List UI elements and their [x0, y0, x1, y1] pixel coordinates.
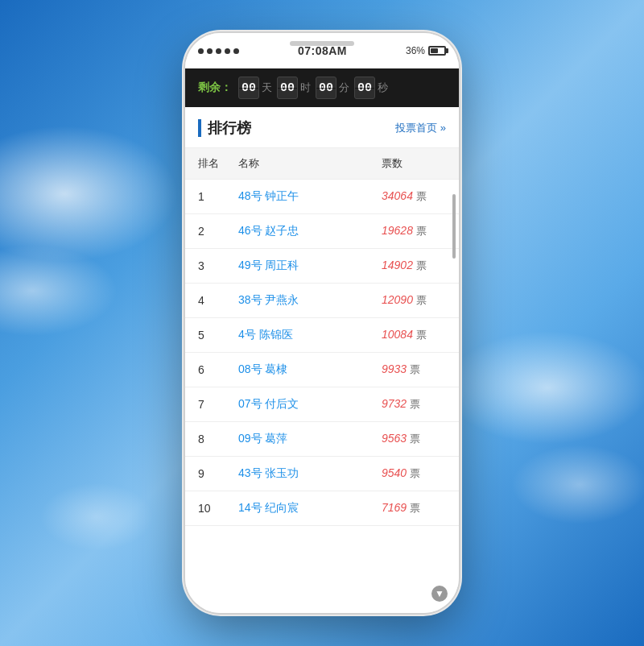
- votes-unit-7: 票: [410, 398, 420, 410]
- votes-number-1: 34064: [382, 189, 413, 202]
- row-votes-7: 9732 票: [382, 397, 446, 412]
- votes-unit-4: 票: [416, 294, 427, 306]
- row-rank-1: 1: [198, 190, 238, 203]
- table-row[interactable]: 7 07号 付后文 9732 票: [185, 387, 459, 422]
- votes-unit-1: 票: [416, 190, 427, 202]
- row-rank-5: 5: [198, 329, 238, 342]
- table-row[interactable]: 1 48号 钟正午 34064 票: [185, 180, 459, 214]
- countdown-mins-unit: 00 分: [316, 77, 349, 99]
- scrollbar[interactable]: [452, 194, 456, 259]
- row-votes-2: 19628 票: [382, 224, 446, 238]
- row-rank-9: 9: [198, 467, 238, 480]
- row-name-3[interactable]: 49号 周正科: [238, 259, 382, 273]
- votes-unit-2: 票: [416, 225, 427, 237]
- votes-number-4: 12090: [382, 293, 413, 306]
- row-votes-3: 14902 票: [382, 259, 446, 273]
- countdown-hours-label: 时: [300, 81, 311, 95]
- countdown-label: 剩余：: [198, 81, 232, 95]
- section-title-bar: [198, 119, 201, 137]
- row-name-1[interactable]: 48号 钟正午: [238, 189, 382, 204]
- status-bar: 07:08AM 36%: [185, 33, 459, 68]
- row-name-7[interactable]: 07号 付后文: [238, 397, 382, 412]
- votes-number-8: 9563: [382, 432, 407, 445]
- row-rank-8: 8: [198, 433, 238, 445]
- countdown-bar: 剩余： 00 天 00 时 00 分 00 秒: [185, 68, 459, 107]
- countdown-days-val: 00: [238, 77, 259, 99]
- table-row[interactable]: 6 08号 葛棣 9933 票: [185, 353, 459, 387]
- table-row[interactable]: 10 14号 纪向宸 7169 票: [185, 491, 459, 526]
- votes-unit-5: 票: [416, 329, 427, 341]
- votes-unit-8: 票: [410, 433, 420, 445]
- row-name-8[interactable]: 09号 葛萍: [238, 432, 382, 446]
- battery-fill: [431, 48, 438, 53]
- section-header: 排行榜 投票首页 »: [185, 107, 459, 148]
- header-rank: 排名: [198, 156, 238, 171]
- row-name-6[interactable]: 08号 葛棣: [238, 362, 382, 377]
- row-rank-3: 3: [198, 259, 238, 272]
- content-area: 排行榜 投票首页 » 排名 名称 票数 1 48号 钟正午 34064 票 2 …: [185, 107, 459, 613]
- phone-notch: [290, 41, 354, 46]
- row-name-10[interactable]: 14号 纪向宸: [238, 501, 382, 516]
- votes-number-5: 10084: [382, 328, 413, 341]
- scroll-down-arrow[interactable]: ▼: [431, 586, 448, 602]
- ranking-table: 排名 名称 票数 1 48号 钟正午 34064 票 2 46号 赵子忠 196…: [185, 148, 459, 526]
- table-row[interactable]: 9 43号 张玉功 9540 票: [185, 457, 459, 491]
- battery-percent: 36%: [406, 45, 425, 56]
- table-row[interactable]: 4 38号 尹燕永 12090 票: [185, 284, 459, 318]
- table-row[interactable]: 2 46号 赵子忠 19628 票: [185, 214, 459, 249]
- header-votes: 票数: [382, 156, 446, 171]
- votes-number-7: 9732: [382, 397, 407, 410]
- countdown-hours-val: 00: [277, 77, 298, 99]
- row-rank-7: 7: [198, 398, 238, 411]
- votes-number-6: 9933: [382, 362, 407, 375]
- row-name-5[interactable]: 4号 陈锦医: [238, 328, 382, 342]
- row-name-2[interactable]: 46号 赵子忠: [238, 224, 382, 238]
- time-display: 07:08AM: [298, 44, 347, 57]
- table-header: 排名 名称 票数: [185, 148, 459, 180]
- battery-icon: [428, 46, 446, 56]
- votes-number-10: 7169: [382, 501, 407, 514]
- votes-unit-10: 票: [410, 502, 420, 514]
- signal-indicator: [198, 48, 239, 54]
- votes-number-2: 19628: [382, 224, 413, 237]
- row-votes-5: 10084 票: [382, 328, 446, 342]
- table-row[interactable]: 8 09号 葛萍 9563 票: [185, 422, 459, 457]
- countdown-mins-label: 分: [339, 81, 349, 95]
- votes-unit-9: 票: [410, 467, 420, 479]
- row-rank-4: 4: [198, 294, 238, 307]
- table-row[interactable]: 3 49号 周正科 14902 票: [185, 249, 459, 284]
- row-votes-9: 9540 票: [382, 466, 446, 481]
- votes-unit-3: 票: [416, 259, 427, 271]
- row-name-4[interactable]: 38号 尹燕永: [238, 293, 382, 308]
- countdown-days-label: 天: [262, 81, 272, 95]
- countdown-days-unit: 00 天: [238, 77, 272, 99]
- row-votes-10: 7169 票: [382, 501, 446, 516]
- row-votes-8: 9563 票: [382, 432, 446, 446]
- row-name-9[interactable]: 43号 张玉功: [238, 466, 382, 481]
- table-row[interactable]: 5 4号 陈锦医 10084 票: [185, 318, 459, 353]
- countdown-hours-unit: 00 时: [277, 77, 311, 99]
- countdown-secs-label: 秒: [378, 81, 388, 95]
- phone-frame: 07:08AM 36% 剩余： 00 天 00 时 00 分 00 秒: [185, 33, 459, 613]
- countdown-mins-val: 00: [316, 77, 336, 99]
- table-rows-container: 1 48号 钟正午 34064 票 2 46号 赵子忠 19628 票 3 49…: [185, 180, 459, 526]
- battery-area: 36%: [406, 45, 446, 56]
- row-rank-10: 10: [198, 502, 238, 515]
- row-rank-2: 2: [198, 225, 238, 238]
- row-votes-4: 12090 票: [382, 293, 446, 308]
- section-title-wrap: 排行榜: [198, 118, 251, 138]
- votes-number-9: 9540: [382, 466, 407, 479]
- votes-unit-6: 票: [410, 363, 420, 375]
- row-votes-1: 34064 票: [382, 189, 446, 204]
- header-name: 名称: [238, 156, 382, 171]
- row-rank-6: 6: [198, 363, 238, 376]
- section-title: 排行榜: [208, 118, 251, 138]
- votes-number-3: 14902: [382, 259, 413, 271]
- row-votes-6: 9933 票: [382, 362, 446, 377]
- countdown-secs-unit: 00 秒: [354, 77, 388, 99]
- countdown-secs-val: 00: [354, 77, 375, 99]
- section-link[interactable]: 投票首页 »: [395, 121, 446, 135]
